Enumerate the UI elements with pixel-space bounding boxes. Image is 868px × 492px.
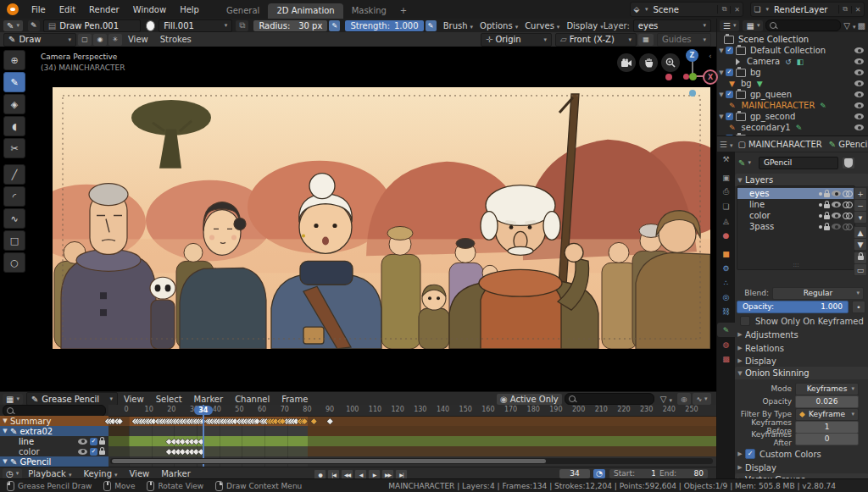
view-menu[interactable]: View [122, 35, 154, 44]
tab-general[interactable]: General [218, 3, 268, 19]
properties-tab-modifier[interactable]: ⚙ [717, 261, 735, 275]
layer-row-line[interactable]: line [737, 199, 854, 210]
add-layer-button[interactable]: + [854, 187, 867, 200]
channel-extra02[interactable]: ▼✎extra02 [0, 426, 108, 436]
keying-menu[interactable]: Keying▾ [77, 469, 123, 478]
layers-panel-header[interactable]: ▼Layers [735, 174, 868, 186]
outliner-row-gp-second[interactable]: ▼✓ gp_second [717, 111, 868, 122]
axis-z-button[interactable]: Z [686, 49, 698, 62]
axis-minus-z-dot[interactable] [689, 90, 696, 97]
options-menu[interactable]: Options▾ [480, 21, 518, 30]
adjustments-section[interactable]: ▶Adjustments [735, 329, 868, 340]
channel-gpencil[interactable]: ▼✎GPencil [0, 456, 108, 467]
outliner-row-scene-collection[interactable]: Scene Collection [717, 34, 868, 45]
strokes-menu[interactable]: Strokes [154, 35, 198, 44]
radius-pressure-toggle[interactable]: ✎ [329, 20, 340, 31]
delete-viewlayer-button[interactable]: ✕ [851, 6, 864, 14]
outliner-row-secondary1[interactable]: ✎ secondary1 ✎ [717, 122, 868, 133]
ds-proportional-icon[interactable]: ◎ [677, 393, 691, 405]
fake-user-shield-button[interactable] [842, 157, 855, 169]
show-only-keyframed-checkbox[interactable] [740, 316, 750, 326]
remove-layer-button[interactable]: − [854, 199, 867, 212]
ds-interpolation-icon[interactable]: ∿▾ [693, 393, 711, 405]
axis-y-dot[interactable] [689, 73, 697, 80]
radius-slider[interactable]: Radius:30 px [253, 20, 327, 31]
use-preview-range-toggle[interactable]: ◔ [593, 469, 605, 478]
hide-viewport-icon[interactable] [854, 69, 864, 75]
custom-colors-checkbox[interactable]: ✓ [745, 449, 755, 459]
new-scene-button[interactable]: ⧉ [717, 5, 730, 14]
tool-preview-dropdown[interactable]: ✎▾ [3, 20, 23, 31]
tool-draw-button[interactable]: ✎ [3, 72, 25, 92]
hide-viewport-icon[interactable] [854, 91, 864, 97]
hide-viewport-icon[interactable] [854, 47, 864, 53]
move-layer-up-button[interactable]: ▲ [854, 226, 867, 239]
editor-type-dropdown[interactable]: ☰▾ [720, 20, 739, 31]
hide-viewport-icon[interactable] [854, 113, 864, 119]
brush-menu[interactable]: Brush▾ [443, 21, 473, 30]
hide-viewport-icon[interactable] [854, 80, 864, 86]
hide-viewport-icon[interactable] [854, 124, 864, 130]
new-viewlayer-button[interactable]: ⧉ [838, 5, 851, 14]
drawing-plane-dropdown[interactable]: ▱Front (X-Z)▾ [555, 33, 637, 47]
outliner-row-default-collection[interactable]: ▼✓ Default Collection [717, 45, 868, 56]
active-only-toggle[interactable]: ◉Active Only [497, 394, 562, 405]
outliner-row-camera[interactable]: Camera ↺ ◧ [717, 56, 868, 67]
axis-x-button[interactable]: X [703, 69, 718, 85]
properties-tab-constraints[interactable]: ⛓ [717, 304, 735, 318]
dopesheet-body[interactable]: ▼Summary ▼✎extra02 line ✓ color ✓ ▼✎GPen… [0, 405, 716, 467]
channel-select-icon[interactable]: ✓ [90, 448, 97, 456]
menu-help[interactable]: Help [173, 5, 206, 14]
dopesheet-search-input[interactable] [565, 393, 654, 405]
properties-tab-tool[interactable]: ⚒ [717, 152, 735, 166]
ds-filter-icon[interactable]: ▽▾ [660, 395, 672, 404]
outliner-row-gp-queen[interactable]: ▼✓ gp_queen [717, 89, 868, 100]
dopesheet-mode-dropdown[interactable]: ✎Grease Pencil▾ [26, 392, 118, 406]
ds-frame-menu[interactable]: Frame [275, 395, 314, 404]
blender-logo-icon[interactable] [7, 3, 19, 15]
viewlayer-selector[interactable]: ❏ ▾ RenderLayer ⧉ ✕ [750, 2, 865, 17]
tool-erase-button[interactable]: ◖ [3, 116, 25, 136]
guides-grid-icon[interactable]: ▦ [638, 34, 654, 46]
layer-row-eyes[interactable]: eyes [737, 188, 854, 199]
channel-select-icon[interactable]: ✓ [90, 438, 97, 445]
multiframe-toggle-icon[interactable]: ▢ [78, 34, 92, 46]
strength-slider[interactable]: Strength:1.000 [345, 20, 423, 31]
playback-menu[interactable]: Playback▾ [22, 469, 77, 478]
properties-tab-particles[interactable]: ∴ [717, 275, 735, 290]
filter-icon[interactable]: ▽▾ [843, 21, 855, 30]
properties-tab-texture[interactable]: ▩ [717, 351, 735, 366]
properties-tab-scene[interactable]: ◬ [717, 213, 735, 228]
brush-name-field[interactable]: ▤Draw Pen.001 [43, 19, 141, 32]
hide-viewport-icon[interactable] [854, 102, 864, 108]
active-layer-dropdown[interactable]: eyes▾ [633, 19, 711, 32]
material-swatch[interactable] [146, 20, 156, 31]
move-layer-down-button[interactable]: ▼ [854, 238, 867, 251]
keyframes-before-field[interactable]: 1 [795, 421, 859, 434]
tool-box-button[interactable]: □ [3, 230, 25, 251]
animate-opacity-button[interactable]: • [852, 301, 865, 313]
menu-file[interactable]: File [25, 5, 53, 14]
datablock-name-field[interactable]: GPencil [759, 157, 838, 169]
guides-dropdown[interactable]: Guides▾ [657, 33, 711, 47]
tool-fill-button[interactable]: ◈ [3, 94, 25, 114]
layer-specials-button[interactable]: ▾ [854, 211, 867, 224]
add-workspace-button[interactable]: + [395, 3, 412, 19]
material-name-field[interactable]: Fill.001▾ [159, 19, 232, 32]
timeline-marker-menu[interactable]: Marker [155, 469, 197, 478]
tool-arc-button[interactable]: ◜ [3, 186, 25, 207]
editor-type-icon[interactable]: ☰▾ [720, 140, 732, 149]
isolate-layer-button[interactable]: ▭ [854, 263, 867, 276]
current-frame-chip[interactable]: 34 [194, 406, 213, 415]
display-section[interactable]: ▶Display [735, 355, 868, 367]
layer-row-color[interactable]: color [737, 210, 854, 221]
pan-view-icon[interactable] [639, 53, 658, 72]
timeline-view-menu[interactable]: View [124, 469, 156, 478]
properties-tab-physics[interactable]: ◎ [717, 290, 735, 304]
properties-tab-material[interactable]: ◍ [717, 337, 735, 351]
breadcrumb-object[interactable]: MAINCHARACTER [748, 140, 822, 149]
channel-summary[interactable]: ▼Summary [0, 416, 108, 426]
channel-lock-icon[interactable] [99, 451, 105, 455]
ds-select-menu[interactable]: Select [150, 395, 188, 404]
menu-render[interactable]: Render [82, 5, 126, 14]
